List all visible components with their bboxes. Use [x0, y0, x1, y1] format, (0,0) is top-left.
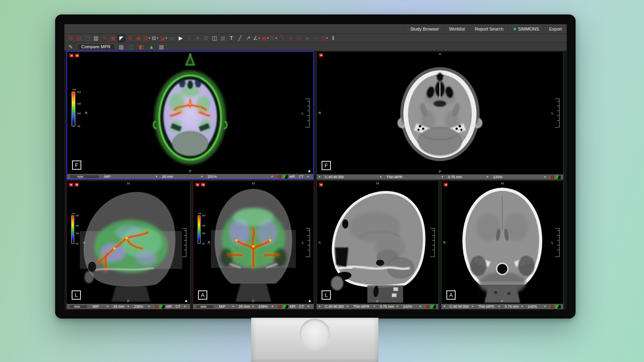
overlay-toggle-icon[interactable]: [426, 305, 429, 308]
copy-view-icon[interactable]: ⊡ ▼: [270, 35, 278, 42]
sync-options-icon[interactable]: ◎ ▼: [321, 35, 328, 42]
key-image-flags[interactable]: [69, 183, 79, 187]
compare-panes-icon[interactable]: ◫: [211, 35, 219, 42]
key-image-icon[interactable]: ▣: [109, 35, 117, 42]
worklist-button[interactable]: Worklist: [444, 24, 470, 33]
link-all-icon[interactable]: ∞: [312, 35, 320, 42]
flag-icon[interactable]: [319, 183, 323, 187]
viewport-sagittal-fused[interactable]: IVR 324 200 100 -82 H F A L ★: [66, 181, 190, 309]
layout-grid-icon[interactable]: ⊞: [67, 35, 74, 42]
render-mode-select[interactable]: Thin MPR▼: [351, 304, 378, 309]
caret-icon[interactable]: ▼: [307, 175, 309, 178]
overlay-toggle-icon[interactable]: [278, 175, 281, 178]
favorite-star-icon[interactable]: ★: [308, 169, 311, 173]
arrow-annotation-icon[interactable]: ↗: [245, 35, 252, 42]
overlay-toggle-icon[interactable]: [551, 176, 554, 179]
go-live-icon[interactable]: ▲: [148, 43, 155, 50]
caret-icon[interactable]: ▼: [318, 305, 321, 308]
series-stack-icon[interactable]: ▤: [75, 35, 83, 42]
slab-thickness-select[interactable]: 26 mm▼: [160, 174, 205, 179]
axial-ct-image-area[interactable]: A P R L F: [317, 51, 563, 174]
viewport-sagittal-ct[interactable]: H F A L ▼ C:40 W:350▼ Thin MPR▼ 0.75 mm▼…: [316, 181, 439, 309]
key-image-flags[interactable]: [195, 183, 205, 187]
blend-toggle-icon[interactable]: [555, 305, 561, 309]
overlay-toggle-icon[interactable]: [551, 305, 554, 308]
slab-thickness-select[interactable]: 26 mm▼: [111, 304, 131, 309]
zoom-select[interactable]: 142%▼: [525, 304, 548, 309]
link-series-icon[interactable]: ∞: [287, 35, 295, 42]
viewport-coronal-fused[interactable]: IVR 324 200 100 -82 H F R L A ★: [193, 181, 314, 309]
render-mode-select[interactable]: MIP▼: [90, 304, 111, 309]
key-image-flags[interactable]: [69, 53, 79, 58]
slider-thumb[interactable]: [74, 306, 80, 308]
text-annotation-icon[interactable]: T: [228, 35, 235, 42]
slab-tool-icon[interactable]: ≣: [126, 35, 134, 42]
line-measure-icon[interactable]: ╱: [236, 35, 244, 42]
window-level-select[interactable]: C:40 W:350▼: [447, 304, 476, 309]
slice-slider[interactable]: [70, 175, 99, 178]
sagittal-ct-image-area[interactable]: H F A L: [317, 181, 438, 304]
blend-toggle-icon[interactable]: [159, 305, 165, 309]
flag-icon[interactable]: [74, 183, 79, 187]
pointer-tool-icon[interactable]: ◤: [118, 35, 125, 42]
axial-fused-image-area[interactable]: IVR 324 200 100 -82 A P R L F ★: [67, 52, 313, 174]
blend-toggle-icon[interactable]: [555, 175, 561, 179]
caret-icon[interactable]: ▼: [184, 305, 186, 308]
flag-icon[interactable]: [69, 53, 74, 58]
overlay-toggle-icon[interactable]: [155, 305, 158, 308]
window-level-select[interactable]: C:40 W:350▼: [322, 304, 351, 309]
overlay-toggle-icon[interactable]: [279, 305, 281, 308]
caret-icon[interactable]: ▼: [307, 305, 310, 308]
caret-icon[interactable]: ▼: [443, 305, 446, 308]
viewport-coronal-ct[interactable]: H F R L A ▼ C:40 W:350▼ Thin MPR▼ 0.75 m…: [441, 181, 564, 309]
info-icon[interactable]: ℹ: [329, 35, 337, 42]
save-presentation-icon[interactable]: ▨: [118, 43, 125, 50]
sagittal-fused-image-area[interactable]: IVR 324 200 100 -82 H F A L ★: [67, 181, 190, 304]
slab-thickness-select[interactable]: 0.75 mm▼: [378, 304, 400, 309]
window-level-select[interactable]: C:40 W:350▼: [322, 175, 384, 179]
zoom-select[interactable]: 120%▼: [491, 175, 548, 179]
slider-thumb[interactable]: [77, 176, 83, 178]
flag-icon[interactable]: [444, 183, 448, 187]
render-mode-select[interactable]: Thin MPR▼: [384, 175, 446, 179]
compare-mpr-button[interactable]: Compare MPR: [77, 43, 115, 50]
render-mode-select[interactable]: MIP▼: [217, 304, 236, 309]
slice-slider[interactable]: [70, 305, 87, 308]
flag-icon[interactable]: [195, 183, 200, 187]
series-list-icon[interactable]: ▤ ▼: [143, 35, 151, 42]
slab-thickness-select[interactable]: 0.75 mm▼: [446, 175, 491, 179]
sync-scroll-icon[interactable]: ◎: [295, 35, 303, 42]
render-mode-select[interactable]: MIP▼: [102, 174, 160, 179]
flag-icon[interactable]: [201, 183, 205, 187]
slab-thickness-select[interactable]: 26 mm▼: [236, 304, 256, 309]
favorite-star-icon[interactable]: ★: [308, 299, 312, 303]
zoom-select[interactable]: 201%▼: [205, 174, 275, 179]
report-text-icon[interactable]: ▤: [158, 43, 165, 50]
key-image-flags[interactable]: [444, 183, 448, 187]
blend-toggle-icon[interactable]: [283, 305, 288, 309]
windowing-tool-icon[interactable]: ◪ ▼: [160, 35, 167, 42]
import-study-icon[interactable]: ▥: [92, 35, 100, 42]
probe-pen-icon[interactable]: ╲: [279, 35, 286, 42]
caret-icon[interactable]: ▼: [318, 176, 321, 178]
key-image-flags[interactable]: [319, 53, 323, 57]
viewport-axial-fused[interactable]: IVR 324 200 100 -82 A P R L F ★: [66, 51, 314, 180]
slider-thumb[interactable]: [200, 306, 206, 308]
key-image-flags[interactable]: [319, 183, 323, 187]
coronal-ct-image-area[interactable]: H F R L A: [442, 181, 563, 304]
flag-icon[interactable]: [75, 53, 79, 58]
render-mode-select[interactable]: Thin MPR▼: [476, 304, 502, 309]
cine-play-icon[interactable]: ▶: [177, 35, 185, 42]
viewport-axial-ct[interactable]: A P R L F ▼ C:40 W:350▼ Thin MPR▼ 0.75 m…: [316, 51, 564, 180]
study-browser-button[interactable]: Study Browser: [405, 24, 444, 33]
blend-toggle-icon[interactable]: [283, 175, 288, 179]
fusion-blend-icon[interactable]: ◧: [138, 43, 145, 50]
export-button[interactable]: Export: [544, 24, 567, 33]
annotate-protocol-icon[interactable]: ✎: [67, 43, 74, 50]
user-button[interactable]: SIMMONS: [508, 24, 544, 33]
zoom-select[interactable]: 238%▼: [132, 304, 152, 309]
zoom-select[interactable]: 142%▼: [400, 304, 423, 309]
snapshot-icon[interactable]: ▣ ▼: [262, 35, 269, 42]
report-search-button[interactable]: Report Search: [470, 24, 508, 33]
angle-measure-icon[interactable]: ∠ ▼: [253, 35, 261, 42]
